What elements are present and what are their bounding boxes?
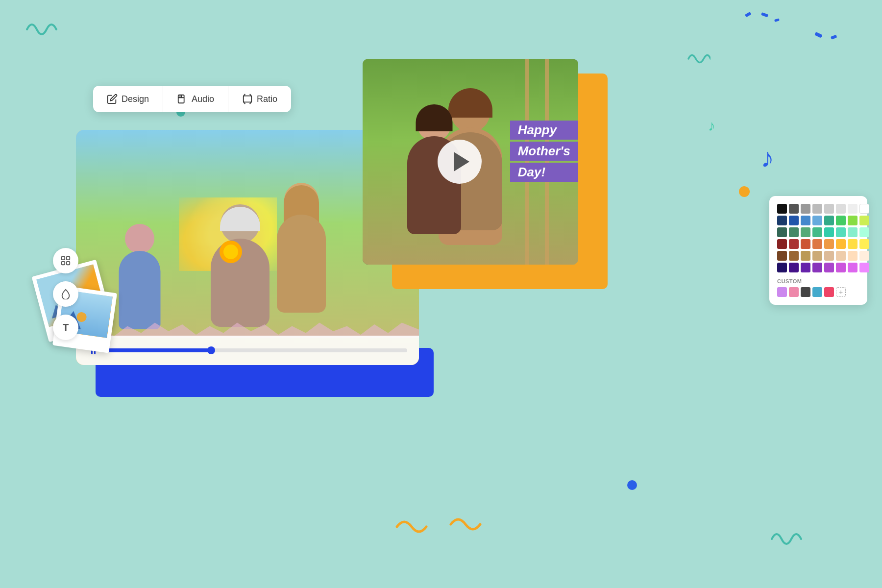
ratio-label: Ratio <box>257 94 277 104</box>
color-swatch[interactable] <box>836 204 846 214</box>
deco-dot-blue-bottom <box>627 480 637 490</box>
toolbar-audio-button[interactable]: Audio <box>163 86 228 112</box>
color-swatch[interactable] <box>777 263 787 272</box>
color-swatch[interactable] <box>836 263 846 272</box>
color-swatch[interactable] <box>848 227 858 237</box>
color-swatch[interactable] <box>789 263 799 272</box>
layout-tool-button[interactable] <box>53 248 78 273</box>
color-swatch[interactable] <box>824 204 834 214</box>
custom-swatch-5[interactable] <box>824 287 834 297</box>
young-woman-silhouette <box>265 183 338 330</box>
color-swatch[interactable] <box>859 204 869 214</box>
custom-swatch-4[interactable] <box>812 287 822 297</box>
color-swatch[interactable] <box>812 204 822 214</box>
color-swatch[interactable] <box>801 227 810 237</box>
deco-squiggle-tl <box>24 15 64 39</box>
color-swatch[interactable] <box>789 251 799 261</box>
video-controls: ⏸ <box>76 336 419 365</box>
color-swatch[interactable] <box>824 239 834 249</box>
deco-dot-orange-right <box>739 186 750 197</box>
audio-icon <box>177 94 188 104</box>
color-swatch[interactable] <box>824 227 834 237</box>
deco-bottom-squiggles <box>392 510 490 539</box>
color-swatch[interactable] <box>789 227 799 237</box>
color-swatch[interactable] <box>812 239 822 249</box>
color-swatch[interactable] <box>836 216 846 225</box>
color-swatch[interactable] <box>848 216 858 225</box>
color-palette-panel: CUSTOM + <box>769 196 867 305</box>
color-swatch[interactable] <box>801 251 810 261</box>
grid-icon <box>60 255 71 266</box>
progress-fill <box>107 348 212 352</box>
color-swatch[interactable] <box>824 263 834 272</box>
text-icon: T <box>63 322 69 333</box>
color-swatch[interactable] <box>789 216 799 225</box>
toolbar: Design Audio Ratio <box>93 86 291 112</box>
color-swatch[interactable] <box>812 227 822 237</box>
custom-swatch-1[interactable] <box>777 287 787 297</box>
color-swatch[interactable] <box>848 204 858 214</box>
svg-rect-0 <box>745 12 751 17</box>
design-label: Design <box>122 94 149 104</box>
color-swatch[interactable] <box>824 216 834 225</box>
color-swatch[interactable] <box>859 216 869 225</box>
color-swatch[interactable] <box>801 239 810 249</box>
color-swatch[interactable] <box>801 204 810 214</box>
color-swatch[interactable] <box>812 263 822 272</box>
add-color-button[interactable]: + <box>836 287 846 297</box>
deco-confetti-tr <box>735 10 784 39</box>
custom-swatch-2[interactable] <box>789 287 799 297</box>
video-card-right: Happy Mother's Day! <box>363 59 598 274</box>
vertical-toolbar: T <box>53 248 78 340</box>
color-tool-button[interactable] <box>53 281 78 307</box>
color-swatch[interactable] <box>836 227 846 237</box>
svg-rect-10 <box>67 262 70 265</box>
palette-grid <box>777 204 859 272</box>
sunflower-accent <box>223 245 238 259</box>
little-girl-silhouette <box>110 224 169 342</box>
custom-colors-row: + <box>777 287 859 297</box>
color-swatch[interactable] <box>848 251 858 261</box>
custom-swatch-3[interactable] <box>801 287 810 297</box>
deco-squiggle-br <box>769 524 808 549</box>
color-swatch[interactable] <box>859 227 869 237</box>
color-swatch[interactable] <box>801 216 810 225</box>
text-tool-button[interactable]: T <box>53 315 78 340</box>
svg-rect-6 <box>244 96 252 102</box>
color-swatch[interactable] <box>789 239 799 249</box>
color-swatch[interactable] <box>848 263 858 272</box>
music-note-teal-icon: ♪ <box>708 118 715 134</box>
deco-squiggle-tr2 <box>686 49 710 64</box>
color-swatch[interactable] <box>777 251 787 261</box>
play-triangle-icon <box>454 152 469 172</box>
color-swatch[interactable] <box>777 204 787 214</box>
color-swatch[interactable] <box>824 251 834 261</box>
color-swatch[interactable] <box>777 216 787 225</box>
color-swatch[interactable] <box>777 227 787 237</box>
color-swatch[interactable] <box>789 204 799 214</box>
video-right-frame: Happy Mother's Day! <box>363 59 578 265</box>
color-swatch[interactable] <box>859 263 869 272</box>
progress-bar[interactable] <box>107 348 407 352</box>
music-note-blue-icon: ♪ <box>761 142 775 173</box>
color-swatch[interactable] <box>801 263 810 272</box>
color-swatch[interactable] <box>812 251 822 261</box>
color-swatch[interactable] <box>812 216 822 225</box>
mothers-day-line1: Happy <box>510 121 578 140</box>
color-swatch[interactable] <box>859 239 869 249</box>
audio-label: Audio <box>192 94 214 104</box>
color-swatch[interactable] <box>836 251 846 261</box>
svg-rect-2 <box>774 18 780 22</box>
deco-top-right <box>813 29 843 49</box>
toolbar-design-button[interactable]: Design <box>93 86 163 112</box>
svg-rect-1 <box>761 12 768 17</box>
color-swatch[interactable] <box>836 239 846 249</box>
color-swatch[interactable] <box>777 239 787 249</box>
play-button[interactable] <box>438 140 482 184</box>
color-swatch[interactable] <box>848 239 858 249</box>
color-swatch[interactable] <box>859 251 869 261</box>
svg-rect-4 <box>831 35 837 40</box>
mothers-day-line3: Day! <box>510 163 578 182</box>
svg-rect-7 <box>62 257 65 260</box>
toolbar-ratio-button[interactable]: Ratio <box>228 86 291 112</box>
